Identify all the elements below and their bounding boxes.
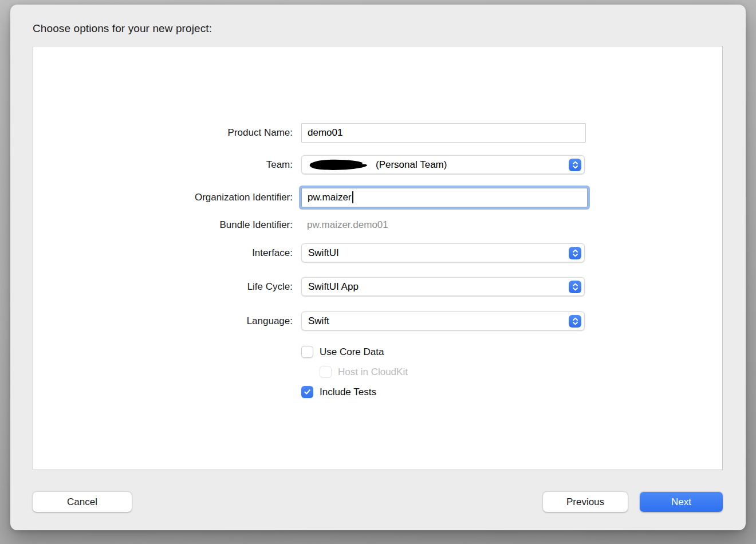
product-name-row: Product Name: demo01: [33, 123, 722, 143]
options-panel: Product Name: demo01 Team: (Personal Tea…: [33, 46, 723, 470]
interface-row: Interface: SwiftUI: [33, 243, 722, 262]
text-cursor: [352, 191, 353, 203]
product-name-input[interactable]: demo01: [301, 123, 586, 143]
life-cycle-row: Life Cycle: SwiftUI App: [33, 277, 722, 296]
host-in-cloudkit-label: Host in CloudKit: [338, 366, 408, 378]
product-name-value: demo01: [308, 127, 342, 139]
redacted-team-name: [308, 158, 371, 172]
include-tests-checkbox[interactable]: [301, 386, 313, 398]
popup-stepper-icon: [569, 159, 581, 171]
host-in-cloudkit-checkbox: [320, 366, 332, 378]
checkmark-icon: [304, 388, 311, 396]
organization-identifier-input[interactable]: pw.maizer: [301, 188, 588, 207]
use-core-data-label: Use Core Data: [320, 346, 384, 358]
life-cycle-popup[interactable]: SwiftUI App: [301, 277, 585, 296]
bundle-identifier-label: Bundle Identifier:: [33, 219, 293, 231]
life-cycle-label: Life Cycle:: [33, 281, 293, 293]
desktop-background: Choose options for your new project: Pro…: [0, 0, 756, 544]
previous-button[interactable]: Previous: [543, 492, 628, 512]
include-tests-label: Include Tests: [320, 387, 376, 398]
new-project-options-dialog: Choose options for your new project: Pro…: [10, 5, 746, 530]
dialog-title: Choose options for your new project:: [33, 22, 212, 35]
interface-popup-value: SwiftUI: [308, 247, 339, 259]
team-popup-value: (Personal Team): [376, 159, 447, 171]
popup-stepper-icon: [569, 247, 581, 259]
team-row: Team: (Personal Team): [33, 155, 722, 174]
team-label: Team:: [33, 159, 293, 171]
language-popup[interactable]: Swift: [301, 312, 585, 330]
interface-popup[interactable]: SwiftUI: [301, 243, 585, 262]
life-cycle-popup-value: SwiftUI App: [308, 281, 359, 293]
product-name-label: Product Name:: [33, 127, 293, 139]
language-label: Language:: [33, 316, 293, 327]
team-popup[interactable]: (Personal Team): [301, 155, 585, 174]
organization-identifier-value: pw.maizer: [308, 192, 352, 203]
organization-identifier-row: Organization Identifier: pw.maizer: [33, 187, 722, 207]
cancel-button[interactable]: Cancel: [33, 492, 132, 512]
interface-label: Interface:: [33, 247, 293, 259]
organization-identifier-label: Organization Identifier:: [33, 192, 293, 203]
popup-stepper-icon: [569, 315, 581, 328]
bundle-identifier-row: Bundle Identifier: pw.maizer.demo01: [33, 218, 722, 232]
bundle-identifier-value: pw.maizer.demo01: [301, 219, 388, 231]
use-core-data-checkbox[interactable]: [301, 346, 313, 358]
popup-stepper-icon: [569, 281, 581, 293]
next-button[interactable]: Next: [640, 492, 723, 512]
include-tests-row: Include Tests: [301, 386, 376, 398]
host-in-cloudkit-row: Host in CloudKit: [320, 366, 408, 378]
language-row: Language: Swift: [33, 312, 722, 330]
language-popup-value: Swift: [308, 316, 329, 327]
use-core-data-row: Use Core Data: [301, 346, 384, 358]
